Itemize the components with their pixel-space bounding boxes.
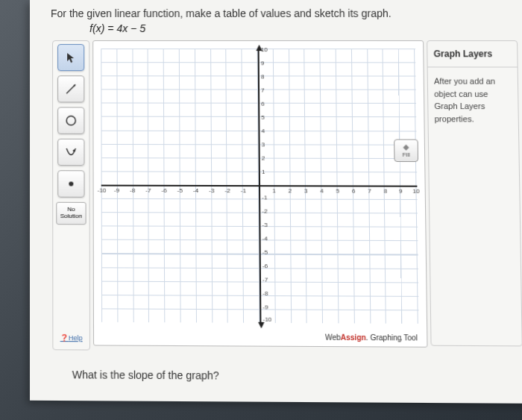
tick-label: -5 bbox=[177, 187, 183, 194]
tick-label: 2 bbox=[289, 187, 292, 194]
point-tool[interactable] bbox=[57, 170, 84, 198]
tick-label: -2 bbox=[262, 208, 267, 215]
pointer-tool[interactable] bbox=[57, 44, 84, 71]
no-solution-button[interactable]: No Solution bbox=[56, 202, 86, 225]
line-tool[interactable] bbox=[57, 75, 84, 102]
graph-layers-panel: Graph Layers After you add an object can… bbox=[427, 40, 522, 346]
tick-label: -3 bbox=[209, 187, 214, 194]
tick-label: 4 bbox=[320, 187, 324, 194]
tick-label: -10 bbox=[98, 187, 107, 194]
tick-label: -9 bbox=[114, 187, 119, 194]
fill-button[interactable]: Fill bbox=[394, 140, 418, 163]
tick-label: -2 bbox=[224, 187, 230, 194]
tick-label: -5 bbox=[262, 249, 268, 256]
no-solution-label-2: Solution bbox=[60, 213, 82, 220]
point-icon bbox=[65, 178, 77, 189]
tick-label: 1 bbox=[272, 187, 276, 194]
help-label: Help bbox=[69, 334, 83, 342]
tick-label: 9 bbox=[261, 60, 265, 66]
svg-point-4 bbox=[69, 181, 73, 186]
tick-label: -3 bbox=[262, 222, 267, 228]
svg-point-2 bbox=[66, 116, 75, 125]
tick-label: -8 bbox=[130, 187, 135, 194]
slope-question: What is the slope of the graph? bbox=[30, 350, 522, 383]
graph-canvas[interactable]: ▲ ▼ 1 2 3 4 5 6 7 8 9 10 -1 -2 -3 -4 -5 … bbox=[92, 40, 427, 348]
pointer-icon bbox=[66, 52, 76, 63]
circle-tool[interactable] bbox=[57, 107, 84, 134]
tick-label: 7 bbox=[368, 188, 371, 195]
line-icon bbox=[65, 83, 77, 95]
tick-label: 6 bbox=[261, 101, 265, 107]
tick-label: 1 bbox=[262, 169, 265, 175]
graph-brand: WebAssign. Graphing Tool bbox=[325, 333, 418, 342]
tick-label: 4 bbox=[261, 128, 265, 134]
tick-label: -1 bbox=[262, 194, 267, 201]
tick-label: -7 bbox=[145, 187, 151, 194]
tick-label: 3 bbox=[304, 187, 308, 194]
tick-label: 8 bbox=[261, 73, 265, 80]
help-icon: ❓ bbox=[60, 334, 69, 342]
tick-label: 8 bbox=[384, 188, 388, 195]
fill-icon bbox=[401, 143, 410, 151]
tick-label: 3 bbox=[262, 141, 265, 148]
parabola-icon bbox=[65, 146, 77, 158]
layers-hint: After you add an object can use Graph La… bbox=[428, 67, 518, 132]
tick-label: -9 bbox=[262, 304, 268, 310]
tick-label: 10 bbox=[261, 46, 268, 53]
tick-label: 5 bbox=[261, 114, 265, 121]
question-formula: f(x) = 4x − 5 bbox=[30, 22, 522, 40]
tick-label: 7 bbox=[261, 87, 265, 94]
question-prompt: For the given linear function, make a ta… bbox=[30, 0, 522, 22]
tick-label: 10 bbox=[412, 188, 419, 195]
tick-label: 9 bbox=[399, 188, 403, 195]
grid: ▲ ▼ 1 2 3 4 5 6 7 8 9 10 -1 -2 -3 -4 -5 … bbox=[101, 48, 419, 324]
circle-icon bbox=[65, 115, 77, 127]
tick-label: 2 bbox=[262, 155, 265, 162]
tick-label: -4 bbox=[262, 235, 268, 242]
help-link[interactable]: ❓Help bbox=[60, 334, 83, 347]
tick-label: -6 bbox=[262, 263, 268, 269]
tick-label: -1 bbox=[241, 187, 246, 194]
fill-label: Fill bbox=[402, 151, 410, 157]
tick-label: -10 bbox=[262, 316, 271, 323]
tick-label: -6 bbox=[161, 187, 166, 194]
svg-point-3 bbox=[73, 149, 75, 151]
tick-label: -7 bbox=[262, 276, 268, 283]
tick-label: 6 bbox=[352, 187, 356, 194]
parabola-tool[interactable] bbox=[57, 139, 84, 166]
layers-title: Graph Layers bbox=[427, 41, 517, 67]
tick-label: 5 bbox=[336, 187, 340, 194]
tick-label: -4 bbox=[193, 187, 198, 194]
graph-toolbar: No Solution ❓Help bbox=[52, 40, 90, 351]
tick-label: -8 bbox=[262, 290, 268, 297]
